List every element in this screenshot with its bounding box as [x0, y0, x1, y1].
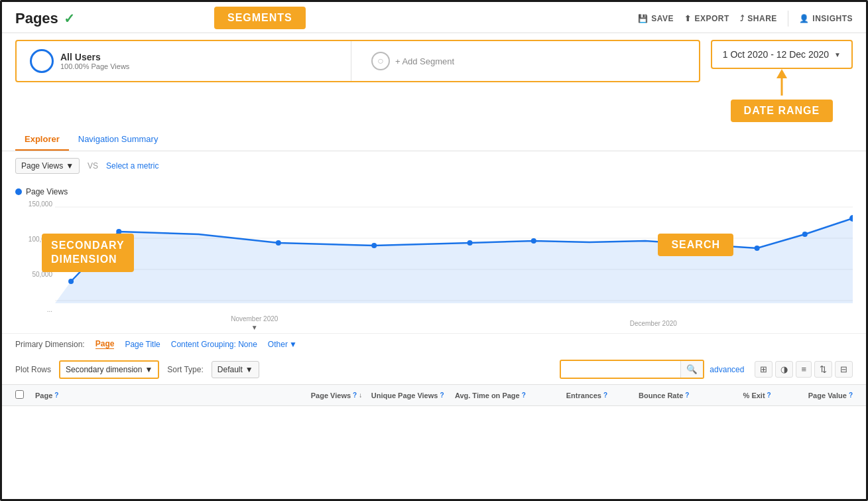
svg-point-9 — [371, 243, 377, 248]
y-label-ellipsis: ... — [15, 306, 52, 313]
segment-item[interactable]: All Users 100.00% Page Views — [17, 41, 351, 81]
th-upv-label: Unique Page Views — [371, 392, 438, 399]
th-page-views: Page Views ? ↓ — [280, 392, 362, 399]
pv-help-icon[interactable]: ? — [353, 392, 357, 399]
secondary-dimension-select[interactable]: Secondary dimension ▼ — [59, 360, 159, 379]
segment-circle-icon — [30, 49, 54, 73]
view-sort-button[interactable]: ⇅ — [814, 361, 832, 378]
th-pval-label: Page Value — [808, 392, 847, 399]
divider — [788, 11, 788, 27]
view-grid-button[interactable]: ⊟ — [835, 361, 853, 378]
top-bar: Pages ✓ 💾 SAVE ⬆ EXPORT ⤴ SHARE 👤 INSIGH… — [2, 2, 866, 33]
save-button[interactable]: 💾 SAVE — [638, 14, 674, 23]
legend-label: Page Views — [26, 187, 68, 196]
sort-default-label: Default — [217, 365, 243, 374]
export-button[interactable]: ⬆ EXPORT — [684, 14, 729, 23]
select-all-checkbox[interactable] — [15, 390, 24, 399]
metric-label: Page Views — [21, 161, 63, 171]
th-page: Page ? — [35, 392, 280, 399]
chart-svg — [55, 200, 853, 313]
dim-page-title-link[interactable]: Page Title — [125, 340, 160, 349]
advanced-link[interactable]: advanced — [710, 365, 744, 374]
up-arrow-icon — [774, 69, 790, 96]
metric-chevron-icon: ▼ — [66, 161, 74, 171]
view-icons: ⊞ ◑ ≡ ⇅ ⊟ — [755, 361, 853, 378]
search-input-container: 🔍 — [560, 360, 704, 379]
page-title-text: Pages — [15, 10, 58, 27]
add-segment-label: + Add Segment — [395, 56, 454, 66]
th-br-label: Bounce Rate — [639, 392, 683, 399]
export-icon: ⬆ — [684, 14, 692, 23]
select-metric-link[interactable]: Select a metric — [106, 161, 158, 171]
search-annotation: SEARCH — [658, 234, 733, 256]
tab-explorer[interactable]: Explorer — [15, 129, 69, 151]
th-avg-label: Avg. Time on Page — [455, 392, 520, 399]
view-table-button[interactable]: ⊞ — [755, 361, 773, 378]
chart-container: 150,000 100,000 50,000 ... — [15, 200, 853, 333]
svg-marker-1 — [776, 69, 787, 78]
view-pie-button[interactable]: ◑ — [775, 361, 793, 378]
search-box-wrapper: 🔍 advanced ⊞ ◑ ≡ ⇅ ⊟ — [560, 360, 853, 379]
tab-navigation-summary[interactable]: Navigation Summary — [69, 129, 168, 151]
th-pv-label: Page Views — [311, 392, 351, 399]
add-segment-button[interactable]: ○ + Add Segment — [351, 44, 699, 78]
segment-date-row: All Users 100.00% Page Views ○ + Add Seg… — [2, 33, 866, 129]
date-range-annotation: DATE RANGE — [731, 100, 834, 122]
verified-icon: ✓ — [64, 11, 75, 27]
date-range-button[interactable]: 1 Oct 2020 - 12 Dec 2020 ▼ — [711, 40, 853, 69]
chart-svg-area — [55, 200, 853, 313]
metrics-row: Page Views ▼ VS Select a metric — [2, 151, 866, 180]
view-list-button[interactable]: ≡ — [796, 361, 812, 378]
metric-select[interactable]: Page Views ▼ — [15, 158, 80, 174]
segment-date-section: All Users 100.00% Page Views ○ + Add Seg… — [2, 33, 866, 129]
segment-name: All Users — [60, 52, 129, 62]
primary-dimension-label: Primary Dimension: — [15, 340, 85, 349]
th-checkbox — [15, 390, 35, 400]
share-icon: ⤴ — [740, 14, 745, 23]
dim-page-link[interactable]: Page — [95, 339, 115, 349]
svg-point-8 — [276, 240, 281, 246]
dim-content-grouping-link[interactable]: Content Grouping: None — [171, 340, 257, 349]
x-label-december: December 2020 — [630, 320, 677, 327]
share-button[interactable]: ⤴ SHARE — [740, 14, 777, 23]
plot-rows-label: Plot Rows — [15, 365, 51, 374]
insights-button[interactable]: 👤 INSIGHTS — [799, 14, 853, 23]
other-chevron-icon: ▼ — [289, 340, 297, 349]
search-input[interactable] — [561, 362, 680, 378]
x-label-november: November 2020 ▼ — [231, 315, 278, 331]
tabs-row: Explorer Navigation Summary — [2, 129, 866, 151]
other-dropdown-button[interactable]: Other ▼ — [268, 340, 297, 349]
th-ent-label: Entrances — [566, 392, 601, 399]
table-controls: Plot Rows Secondary dimension ▼ Sort Typ… — [2, 354, 866, 384]
date-range-section: 1 Oct 2020 - 12 Dec 2020 ▼ DATE RANGE — [711, 40, 853, 122]
page-help-icon[interactable]: ? — [54, 392, 58, 399]
x-label-arrow-nov: ▼ — [251, 324, 258, 331]
dimension-row: Primary Dimension: Page Page Title Conte… — [2, 333, 866, 354]
chart-legend: Page Views — [15, 187, 853, 196]
page-title: Pages ✓ — [15, 10, 75, 27]
y-label-50k: 50,000 — [15, 271, 52, 278]
search-submit-button[interactable]: 🔍 — [680, 361, 703, 378]
svg-point-6 — [68, 279, 74, 284]
th-unique-page-views: Unique Page Views ? — [362, 392, 444, 399]
top-actions: 💾 SAVE ⬆ EXPORT ⤴ SHARE 👤 INSIGHTS — [638, 11, 853, 27]
save-icon: 💾 — [638, 14, 649, 23]
date-range-label: 1 Oct 2020 - 12 Dec 2020 — [723, 49, 829, 60]
secondary-dimension-annotation: SECONDARYDIMENSION — [42, 234, 134, 272]
pval-help-icon[interactable]: ? — [849, 392, 853, 399]
insights-icon: 👤 — [799, 14, 810, 23]
other-label: Other — [268, 340, 288, 349]
sort-type-select[interactable]: Default ▼ — [212, 361, 259, 378]
chart-section: Page Views 150,000 100,000 50,000 ... — [2, 180, 866, 333]
legend-dot-icon — [15, 188, 22, 195]
sort-type-label: Sort Type: — [167, 365, 203, 374]
th-avg-time: Avg. Time on Page ? — [444, 392, 526, 399]
th-pct-exit: % Exit ? — [689, 392, 771, 399]
th-bounce-rate: Bounce Rate ? — [607, 392, 689, 399]
svg-point-12 — [755, 246, 760, 251]
chart-x-labels: November 2020 ▼ December 2020 — [55, 313, 853, 333]
secondary-dimension-label: Secondary dimension — [66, 365, 142, 374]
segment-box: All Users 100.00% Page Views ○ + Add Seg… — [15, 40, 700, 82]
segments-annotation: SEGMENTS — [214, 7, 306, 29]
segment-info: All Users 100.00% Page Views — [60, 52, 129, 70]
